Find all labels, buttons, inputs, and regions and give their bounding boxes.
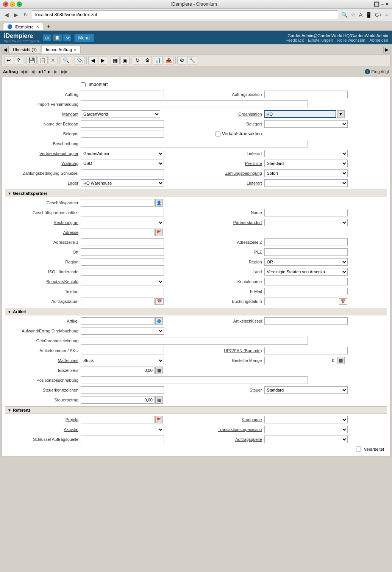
auftragsdatum-cal-btn[interactable]: 📅 <box>155 298 164 305</box>
organisation-dropdown-btn[interactable]: ▼ <box>337 110 345 118</box>
artikelschluessel-input[interactable] <box>264 317 348 325</box>
workspace-select[interactable] <box>63 34 71 42</box>
positionsbeschreibung-input[interactable] <box>81 376 308 384</box>
delete-btn[interactable]: ✕ <box>48 56 58 64</box>
upcean-label[interactable]: UPC/EAN (Barcode) <box>204 348 264 353</box>
organisation-input[interactable] <box>264 110 336 118</box>
upcean-input[interactable] <box>264 347 348 354</box>
rechnung-an-label[interactable]: Rechnung an <box>5 220 81 225</box>
process-btn[interactable]: ⚙ <box>143 56 152 64</box>
auftragsquelle-label[interactable]: Auftragsquelle <box>204 437 264 442</box>
tab-import-close[interactable]: ✕ <box>73 48 77 52</box>
nav-prev-record-btn[interactable]: ◀ <box>30 69 36 75</box>
nav-next-record-btn[interactable]: ▶ <box>53 69 58 75</box>
zahlungsbedingung-select[interactable]: Sofort <box>264 169 348 177</box>
gebuehrenbezeichnung-input[interactable] <box>81 337 308 345</box>
browser-ctrl-2[interactable]: − <box>381 2 384 7</box>
email-input[interactable] <box>264 288 348 295</box>
lieferart2-label[interactable]: Lieferart <box>204 181 264 185</box>
buchungsdatum-input[interactable] <box>264 298 338 305</box>
geschaeftspartner-icon-btn[interactable]: 👤 <box>155 199 163 207</box>
feedback-link[interactable]: Feedback <box>286 38 304 42</box>
region2-select[interactable]: OR <box>264 258 348 266</box>
projekt-icon-btn[interactable]: 🚩 <box>155 416 163 423</box>
aufwand-label[interactable]: Aufwand/Ertrag Direktbuchung <box>5 328 81 334</box>
browser-ctrl-3[interactable]: ✕ <box>385 2 389 7</box>
name-input[interactable] <box>264 209 348 216</box>
lager-label[interactable]: Lager <box>5 181 81 185</box>
transaktionsorganisation-select[interactable] <box>264 426 348 433</box>
menu-button[interactable]: Menü <box>74 34 94 42</box>
section-artikel-toggle[interactable]: ▼ <box>8 310 11 314</box>
import-fehlermeldung-input[interactable] <box>81 100 308 108</box>
find-btn[interactable]: 🔍 <box>61 56 71 64</box>
einzelpreis-btn[interactable]: ▦ <box>155 367 163 374</box>
kampagne-label[interactable]: Kampagne <box>204 417 264 422</box>
region-input[interactable] <box>81 258 164 266</box>
benutzer-kontakt-label[interactable]: Benutzer/Kontakt <box>5 279 81 284</box>
lieferart-select[interactable] <box>264 150 348 157</box>
mandant-select[interactable]: GardenWorld <box>81 110 160 118</box>
zoom-icon[interactable]: 🔍 <box>340 11 348 19</box>
partnerstandort-select[interactable] <box>264 219 348 226</box>
mandant-label[interactable]: Mandant <box>5 112 81 116</box>
artikel-input[interactable] <box>81 317 155 325</box>
section-referenz-toggle[interactable]: ▼ <box>8 408 11 412</box>
tab-import-auftrag[interactable]: Import Auftrag ✕ <box>42 46 81 53</box>
aktivitat-select[interactable] <box>81 426 164 433</box>
tab-ubersicht[interactable]: Übersicht (1) <box>9 46 41 53</box>
aktivitat-label[interactable]: Aktivität <box>5 427 81 432</box>
star-icon[interactable]: ☆ <box>350 11 356 19</box>
masseinheit-select[interactable]: Stück <box>81 357 164 364</box>
beschreibung-input[interactable] <box>81 140 308 147</box>
verarbeitet-checkbox[interactable] <box>356 447 361 451</box>
save-btn[interactable]: 💾 <box>27 56 37 64</box>
nav-next-btn[interactable]: ▶ <box>98 56 107 64</box>
grid2-btn[interactable]: ▣ <box>120 56 130 64</box>
nav-prev-btn[interactable]: ◀ <box>88 56 97 64</box>
vertriebsbeauftragter-label[interactable]: Vertriebsbeauftragter <box>5 151 81 156</box>
kontaktname-input[interactable] <box>264 278 348 285</box>
auftrag-input[interactable] <box>81 91 164 98</box>
schluessel-auftragsquelle-input[interactable] <box>81 436 164 443</box>
rechnung-an-select[interactable] <box>81 219 164 226</box>
min-btn[interactable]: − <box>10 2 15 7</box>
report-btn[interactable]: 📊 <box>153 56 163 64</box>
region2-label[interactable]: Region <box>204 260 264 264</box>
lager-select[interactable]: HQ Warehouse <box>81 179 164 187</box>
geschaeftspartner-label[interactable]: Geschäftspartner <box>5 201 81 205</box>
translate-icon[interactable]: A <box>358 11 363 19</box>
tab-close-btn[interactable]: ✕ <box>36 25 39 29</box>
land-label[interactable]: Land <box>204 270 264 274</box>
wahrung-select[interactable]: USD <box>81 160 164 167</box>
rolle-wechseln-link[interactable]: Rolle wechseln <box>337 38 365 42</box>
help-btn[interactable]: ? <box>14 56 23 64</box>
workflow-btn[interactable]: ⚙ <box>177 56 186 64</box>
organisation-label[interactable]: Organisation <box>204 112 264 116</box>
sidebar-toggle[interactable]: ◀ <box>2 46 9 53</box>
plz-input[interactable] <box>264 248 348 256</box>
adresse-icon-btn[interactable]: 🚩 <box>155 229 163 236</box>
mobile-icon[interactable]: 📱 <box>365 11 373 19</box>
reload-btn[interactable]: ↻ <box>22 11 30 19</box>
benutzer-kontakt-select[interactable] <box>81 278 164 285</box>
menu-icon[interactable]: ≡ <box>384 11 389 19</box>
logo-icon-btn-2[interactable]: 📋 <box>52 34 62 42</box>
lieferart2-select[interactable] <box>264 179 348 187</box>
settings-btn[interactable]: 🔧 <box>187 56 197 64</box>
attachment-btn[interactable]: 📎 <box>75 56 85 64</box>
partnerstandort-label[interactable]: Partnerstandort <box>204 220 264 225</box>
projekt-label[interactable]: Projekt <box>5 417 81 422</box>
steuerbetrag-input[interactable] <box>81 396 155 404</box>
logo-icon-btn-1[interactable]: 🗂 <box>43 34 52 42</box>
masseinheit-label[interactable]: Maßeinheit <box>5 358 81 363</box>
einzelpreis-input[interactable] <box>81 367 155 374</box>
grid-btn[interactable]: ▦ <box>111 56 120 64</box>
abmelden-link[interactable]: Abmelden <box>369 38 388 42</box>
zahlungsbedingung-label[interactable]: Zahlungsbedingung <box>204 171 264 176</box>
projekt-input[interactable] <box>81 416 155 423</box>
iso-laendercode-input[interactable] <box>81 268 164 276</box>
buchungsdatum-cal-btn[interactable]: 📅 <box>339 298 347 305</box>
steuerkennzeichen-input[interactable] <box>81 386 164 394</box>
browser-tab[interactable]: 🔵 iDempiere ✕ <box>3 23 43 30</box>
